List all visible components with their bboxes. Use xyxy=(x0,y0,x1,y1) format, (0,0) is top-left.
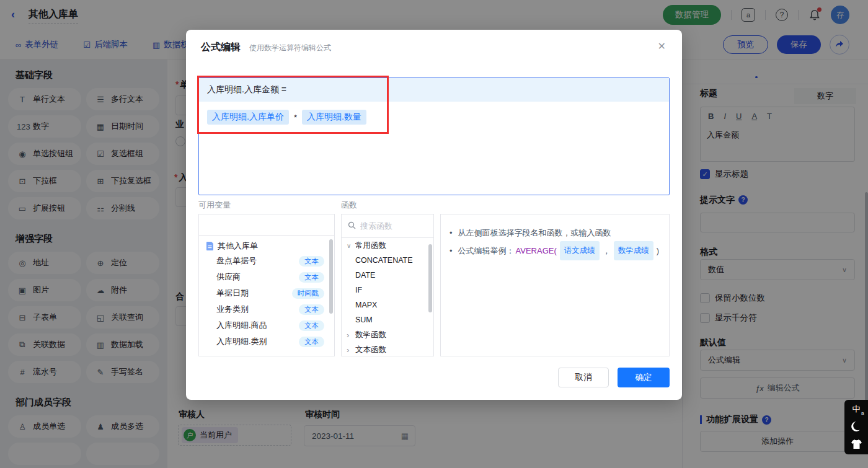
variable-row[interactable]: 供应商 文本 xyxy=(199,269,334,285)
function-name: 常用函数 xyxy=(355,241,386,251)
variable-type-badge: 时间戳 xyxy=(292,288,325,299)
functions-panel: 常用函数 CONCATENATE DATE IF MAPX xyxy=(341,214,434,356)
variables-tree-root[interactable]: 其他入库单 xyxy=(199,236,334,253)
formula-target: 入库明细.入库金额 = xyxy=(199,78,669,102)
dark-mode-moon-icon[interactable] xyxy=(851,421,862,432)
formula-expression[interactable]: 入库明细.入库单价 * 入库明细.数量 xyxy=(199,102,669,133)
hint-line: 从左侧面板选择字段名和函数，或输入函数 xyxy=(450,224,660,241)
function-row[interactable]: CONCATENATE xyxy=(342,253,433,268)
functions-list: 常用函数 CONCATENATE DATE IF MAPX xyxy=(342,238,433,356)
variable-row[interactable]: 业务类别 文本 xyxy=(199,301,334,317)
variable-type-badge: 文本 xyxy=(299,337,324,347)
function-row[interactable]: MAPX xyxy=(342,298,433,312)
document-icon xyxy=(206,242,214,250)
modal-footer: 取消 确定 xyxy=(558,368,670,387)
formula-token[interactable]: 入库明细.入库单价 xyxy=(207,110,289,125)
hint-token: 语文成绩 xyxy=(560,241,600,260)
variable-row[interactable]: 入库明细.商品 文本 xyxy=(199,317,334,333)
function-row[interactable]: SUM xyxy=(342,312,433,327)
variable-name: 供应商 xyxy=(216,272,241,283)
multiply-operator: * xyxy=(294,113,297,122)
function-name: IF xyxy=(355,286,362,294)
function-name: DATE xyxy=(355,271,375,280)
variable-row[interactable]: 盘点单据号 文本 xyxy=(199,253,334,269)
formula-editor-modal: 公式编辑 使用数学运算符编辑公式 ✕ 入库明细.入库金额 = 入库明细.入库单价… xyxy=(186,30,682,400)
function-name: SUM xyxy=(355,316,373,324)
formula-hints-panel: 从左侧面板选择字段名和函数，或输入函数 公式编辑举例： AVERAGE( 语文成… xyxy=(440,214,670,356)
variable-row[interactable]: 单据日期 时间戳 xyxy=(199,285,334,301)
hint-function-name: AVERAGE( xyxy=(516,242,557,259)
variable-type-badge: 文本 xyxy=(299,304,324,315)
hint-comma: ， xyxy=(603,242,611,259)
theme-shirt-icon[interactable] xyxy=(851,439,862,449)
function-name: 文本函数 xyxy=(355,345,386,355)
confirm-button[interactable]: 确定 xyxy=(618,368,670,387)
variable-name: 业务类别 xyxy=(216,304,249,315)
tree-root-label: 其他入库单 xyxy=(218,241,258,252)
functions-label: 函数 xyxy=(341,200,357,211)
hint-example-line: 公式编辑举例： AVERAGE( 语文成绩 ， 数学成绩 ) xyxy=(450,241,660,260)
variables-label: 可用变量 xyxy=(198,200,231,211)
function-name: MAPX xyxy=(355,301,377,309)
modal-header: 公式编辑 使用数学运算符编辑公式 xyxy=(201,41,331,54)
close-icon[interactable]: ✕ xyxy=(658,40,666,52)
caret-icon xyxy=(347,330,355,340)
variable-row[interactable]: 入库明细.类别 文本 xyxy=(199,333,334,350)
floating-utility-widget: 中a xyxy=(844,400,868,454)
variables-scrollbar[interactable] xyxy=(329,239,333,314)
function-name: 数学函数 xyxy=(355,330,386,340)
cancel-button[interactable]: 取消 xyxy=(558,368,609,387)
modal-subtitle: 使用数学运算符编辑公式 xyxy=(249,43,331,53)
variable-name: 入库明细.类别 xyxy=(216,336,267,347)
function-name: CONCATENATE xyxy=(355,256,413,265)
variable-type-badge: 文本 xyxy=(299,272,324,283)
variable-name: 入库明细.商品 xyxy=(216,320,267,331)
function-row[interactable]: DATE xyxy=(342,268,433,283)
formula-token[interactable]: 入库明细.数量 xyxy=(302,110,366,125)
variable-name: 盘点单据号 xyxy=(216,255,257,267)
function-search xyxy=(342,214,433,238)
functions-scrollbar[interactable] xyxy=(428,244,432,312)
function-row[interactable]: 数学函数 xyxy=(342,327,433,342)
search-icon xyxy=(348,221,356,232)
hint-example-prefix: 公式编辑举例： xyxy=(458,242,515,259)
caret-icon xyxy=(347,242,355,249)
function-row[interactable]: 常用函数 xyxy=(342,238,433,253)
variables-panel: 其他入库单 盘点单据号 文本 供应商 文本 单据日期 时间戳 业务类别 文本 xyxy=(198,214,335,356)
variable-name: 单据日期 xyxy=(216,288,249,299)
caret-icon xyxy=(347,345,355,355)
variable-type-badge: 文本 xyxy=(299,320,324,331)
variables-tabs xyxy=(199,214,334,236)
function-search-input[interactable] xyxy=(360,221,419,231)
form-designer-app: ‹ 其他入库单 数据管理 a ? 存 ∞ 表单外链 xyxy=(0,0,868,468)
function-row[interactable]: IF xyxy=(342,283,433,298)
hint-close-paren: ) xyxy=(657,242,659,259)
language-toggle-icon[interactable]: 中a xyxy=(852,405,861,413)
variable-type-badge: 文本 xyxy=(299,256,324,267)
formula-editor[interactable]: 入库明细.入库金额 = 入库明细.入库单价 * 入库明细.数量 xyxy=(198,77,670,195)
modal-title: 公式编辑 xyxy=(201,41,241,54)
function-row[interactable]: 文本函数 xyxy=(342,342,433,356)
hint-token: 数学成绩 xyxy=(614,241,653,260)
variables-list: 盘点单据号 文本 供应商 文本 单据日期 时间戳 业务类别 文本 入库明细.商品… xyxy=(199,253,334,350)
